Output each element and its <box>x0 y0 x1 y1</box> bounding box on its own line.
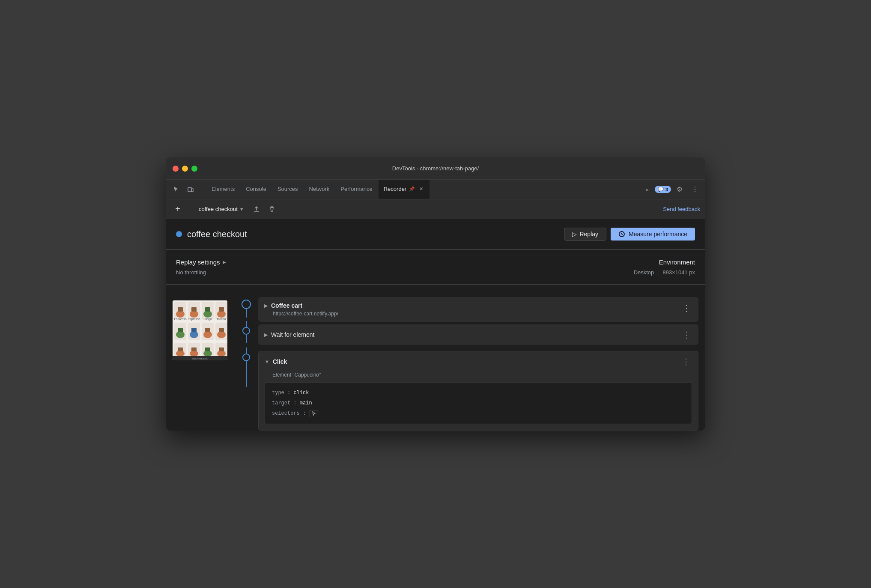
title-bar: DevTools - chrome://new-tab-page/ <box>166 157 705 180</box>
step-2-node <box>242 327 250 335</box>
code-type-value: click <box>293 390 309 396</box>
measure-label: Measure performance <box>629 231 687 238</box>
step-2-card: ▶ Wait for element ⋮ <box>258 324 698 345</box>
recording-title: coffee checkout <box>187 229 247 239</box>
svg-rect-33 <box>178 347 183 351</box>
devtools-tab-bar: Elements Console Sources Network Perform… <box>166 180 705 199</box>
svg-rect-17 <box>219 307 224 312</box>
svg-rect-9 <box>191 307 197 312</box>
step-3-line-top <box>246 347 247 353</box>
svg-point-41 <box>217 350 226 356</box>
step-1-node <box>242 300 251 309</box>
replay-settings-heading[interactable]: Replay settings ▶ <box>176 258 226 266</box>
replay-settings-expand-icon: ▶ <box>223 260 226 264</box>
step-1-title-row: ▶ Coffee cart <box>264 302 338 309</box>
tab-network[interactable]: Network <box>304 180 335 199</box>
step-1-more-button[interactable]: ⋮ <box>680 302 692 314</box>
svg-point-32 <box>176 350 185 356</box>
step-3-content: ▼ Click ⋮ Element "Cappucino" type <box>253 347 698 431</box>
steps-area: Espresso Espresso Lungo <box>166 285 705 431</box>
step-3-timeline <box>239 347 253 387</box>
pin-icon: 📌 <box>409 186 415 192</box>
svg-rect-30 <box>219 328 224 332</box>
window-title: DevTools - chrome://new-tab-page/ <box>392 165 479 172</box>
svg-text:Espresso: Espresso <box>188 318 200 321</box>
svg-point-4 <box>176 311 185 318</box>
svg-rect-1 <box>192 189 193 192</box>
replay-button[interactable]: ▷ Replay <box>564 228 606 241</box>
tab-bar-icons <box>169 180 202 199</box>
timeline-steps: ▶ Coffee cart https://coffee-cart.netlif… <box>239 294 698 431</box>
measure-performance-button[interactable]: Measure performance <box>611 228 695 241</box>
minimize-button[interactable] <box>182 166 188 172</box>
step-3: ▼ Click ⋮ Element "Cappucino" type <box>239 347 698 431</box>
environment-right: Environment Desktop│893×1041 px <box>634 258 695 276</box>
step-2: ▶ Wait for element ⋮ <box>239 321 698 348</box>
step-1-expand-icon[interactable]: ▶ <box>264 303 268 309</box>
tab-recorder[interactable]: Recorder 📌 ✕ <box>379 180 430 199</box>
svg-rect-27 <box>205 328 210 332</box>
step-1-content: ▶ Coffee cart https://coffee-cart.netlif… <box>253 294 698 322</box>
svg-point-29 <box>217 331 226 338</box>
code-type-key: type <box>272 390 284 396</box>
svg-point-26 <box>203 331 212 338</box>
svg-point-20 <box>176 331 185 338</box>
traffic-lights <box>173 166 197 172</box>
maximize-button[interactable] <box>191 166 197 172</box>
recording-actions: ▷ Replay Measure performance <box>564 228 695 241</box>
step-3-more-button[interactable]: ⋮ <box>680 356 692 368</box>
step-3-expand-icon[interactable]: ▼ <box>265 359 269 364</box>
svg-rect-42 <box>219 347 224 351</box>
cursor-icon-button[interactable] <box>169 183 183 196</box>
tab-sources[interactable]: Sources <box>272 180 303 199</box>
thumbnail-svg: Espresso Espresso Lungo <box>173 300 227 360</box>
close-button[interactable] <box>173 166 179 172</box>
svg-text:Espresso: Espresso <box>174 318 186 321</box>
step-1-line <box>246 309 247 318</box>
send-feedback-link[interactable]: Send feedback <box>663 206 700 212</box>
code-type-row: type : click <box>272 388 685 398</box>
step-1-timeline <box>239 294 253 318</box>
recorder-toolbar: + coffee checkout ▾ Send feedback <box>166 199 705 219</box>
step-3-header: ▼ Click ⋮ <box>259 351 698 372</box>
step-1-card-left: ▶ Coffee cart https://coffee-cart.netlif… <box>264 302 338 317</box>
step-2-more-button[interactable]: ⋮ <box>680 329 692 341</box>
tab-console[interactable]: Console <box>241 180 271 199</box>
step-2-expand-icon[interactable]: ▶ <box>264 332 268 338</box>
device-icon-button[interactable] <box>184 183 197 196</box>
step-1: ▶ Coffee cart https://coffee-cart.netlif… <box>239 294 698 322</box>
environment-value: Desktop│893×1041 px <box>634 269 695 276</box>
settings-button[interactable]: ⚙ <box>673 183 686 196</box>
tab-bar-right: » 💬 3 ⚙ ⋮ <box>641 180 702 199</box>
more-tabs-button[interactable]: » <box>641 184 653 196</box>
step-3-title-row: ▼ Click <box>265 358 287 365</box>
recording-header: coffee checkout ▷ Replay Measure perform… <box>166 219 705 249</box>
replay-icon: ▷ <box>572 231 577 238</box>
tab-performance[interactable]: Performance <box>335 180 377 199</box>
step-2-timeline <box>239 321 253 343</box>
export-button[interactable] <box>250 203 263 216</box>
step-1-url: https://coffee-cart.netlify.app/ <box>264 311 338 317</box>
new-recording-button[interactable]: + <box>171 202 185 216</box>
step-3-subtitle: Element "Cappucino" <box>259 372 698 382</box>
step-2-title: Wait for element <box>271 331 314 338</box>
cursor-selectors-icon <box>312 411 316 416</box>
svg-point-8 <box>190 311 198 318</box>
svg-point-16 <box>217 311 226 318</box>
svg-rect-39 <box>205 347 210 351</box>
step-3-node <box>242 353 250 361</box>
menu-button[interactable]: ⋮ <box>688 183 702 196</box>
selectors-icon-button[interactable] <box>310 410 318 417</box>
code-target-value: main <box>300 400 312 406</box>
svg-point-12 <box>203 311 212 318</box>
notifications-badge[interactable]: 💬 3 <box>655 186 671 193</box>
replay-settings-label: Replay settings <box>176 258 220 266</box>
svg-rect-24 <box>191 328 197 332</box>
tab-elements[interactable]: Elements <box>206 180 240 199</box>
svg-rect-13 <box>205 307 210 312</box>
recording-selector[interactable]: coffee checkout ▾ <box>195 204 247 214</box>
delete-button[interactable] <box>265 203 278 216</box>
step-2-title-row: ▶ Wait for element <box>264 331 314 338</box>
measure-icon <box>618 231 625 238</box>
tab-close-icon[interactable]: ✕ <box>418 186 424 193</box>
